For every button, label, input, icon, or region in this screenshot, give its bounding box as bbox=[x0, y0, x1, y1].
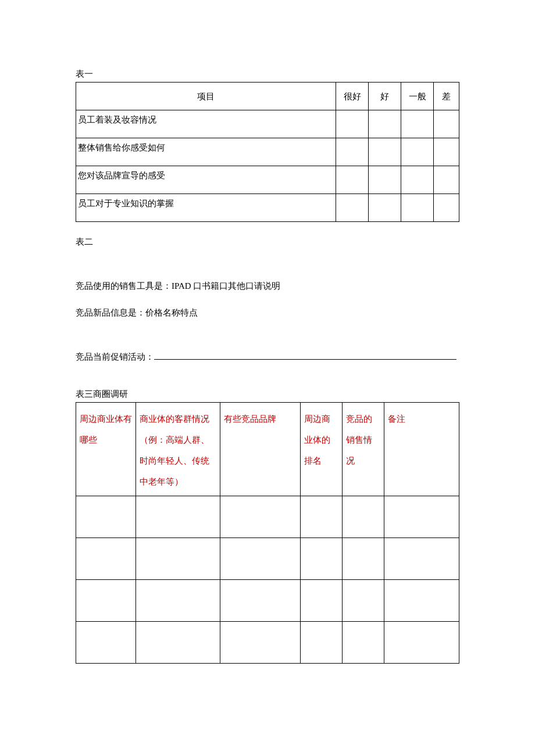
table-row bbox=[76, 622, 459, 664]
t1-cell[interactable] bbox=[369, 166, 401, 194]
t3-cell[interactable] bbox=[136, 580, 220, 622]
t1-cell[interactable] bbox=[434, 138, 459, 166]
table-row: 员工着装及妆容情况 bbox=[76, 110, 459, 138]
t1-cell-item: 您对该品牌宣导的感受 bbox=[76, 166, 336, 194]
t3-cell[interactable] bbox=[136, 622, 220, 664]
table-row: 员工对于专业知识的掌握 bbox=[76, 194, 459, 222]
t1-cell[interactable] bbox=[336, 110, 369, 138]
t3-cell[interactable] bbox=[136, 496, 220, 538]
t3-cell[interactable] bbox=[76, 496, 136, 538]
t3-cell[interactable] bbox=[220, 580, 301, 622]
table3-header-row: 周边商业体有哪些 商业体的客群情况（例：高端人群、时尚年轻人、传统中老年等） 有… bbox=[76, 403, 459, 496]
fill-in-blank[interactable] bbox=[154, 351, 456, 360]
t3-cell[interactable] bbox=[301, 580, 343, 622]
t3-cell[interactable] bbox=[301, 538, 343, 580]
t1-cell[interactable] bbox=[336, 194, 369, 222]
t3-h5: 备注 bbox=[384, 403, 459, 496]
t3-cell[interactable] bbox=[76, 538, 136, 580]
t3-cell[interactable] bbox=[343, 580, 384, 622]
t1-cell[interactable] bbox=[401, 110, 434, 138]
table1-h-c1: 很好 bbox=[336, 83, 369, 110]
t3-cell[interactable] bbox=[220, 496, 301, 538]
t3-cell[interactable] bbox=[220, 538, 301, 580]
table1-label: 表一 bbox=[76, 67, 459, 81]
t1-cell[interactable] bbox=[336, 138, 369, 166]
sec2-line1: 竞品使用的销售工具是：IPAD 口书籍口其他口请说明 bbox=[76, 279, 459, 293]
t3-cell[interactable] bbox=[384, 496, 459, 538]
t3-cell[interactable] bbox=[76, 622, 136, 664]
table-row bbox=[76, 496, 459, 538]
table1-h-item: 项目 bbox=[76, 83, 336, 110]
t1-cell[interactable] bbox=[434, 194, 459, 222]
t1-cell-item: 整体销售给你感受如何 bbox=[76, 138, 336, 166]
sec2-line2: 竞品新品信息是：价格名称特点 bbox=[76, 306, 459, 320]
table1-h-c4: 差 bbox=[434, 83, 459, 110]
t1-cell[interactable] bbox=[401, 194, 434, 222]
t3-cell[interactable] bbox=[136, 538, 220, 580]
table-row: 您对该品牌宣导的感受 bbox=[76, 166, 459, 194]
table1-header-row: 项目 很好 好 一般 差 bbox=[76, 83, 459, 110]
t3-cell[interactable] bbox=[301, 496, 343, 538]
t1-cell[interactable] bbox=[369, 194, 401, 222]
table3: 周边商业体有哪些 商业体的客群情况（例：高端人群、时尚年轻人、传统中老年等） 有… bbox=[76, 402, 459, 664]
t3-cell[interactable] bbox=[220, 622, 301, 664]
table1: 项目 很好 好 一般 差 员工着装及妆容情况 整体销售给你感受如何 您对该品牌宣… bbox=[76, 82, 459, 222]
t3-h2: 有些竞品品牌 bbox=[220, 403, 301, 496]
table-row: 整体销售给你感受如何 bbox=[76, 138, 459, 166]
table-row bbox=[76, 580, 459, 622]
t3-h0: 周边商业体有哪些 bbox=[76, 403, 136, 496]
table-row bbox=[76, 538, 459, 580]
sec2-line3-prefix: 竞品当前促销活动： bbox=[76, 352, 154, 361]
t1-cell[interactable] bbox=[369, 138, 401, 166]
t1-cell[interactable] bbox=[336, 166, 369, 194]
t3-h1: 商业体的客群情况（例：高端人群、时尚年轻人、传统中老年等） bbox=[136, 403, 220, 496]
t3-cell[interactable] bbox=[384, 622, 459, 664]
block3: 表三商圈调研 周边商业体有哪些 商业体的客群情况（例：高端人群、时尚年轻人、传统… bbox=[76, 387, 459, 664]
t3-cell[interactable] bbox=[76, 580, 136, 622]
table2-label: 表二 bbox=[76, 235, 459, 249]
t3-cell[interactable] bbox=[343, 496, 384, 538]
t1-cell-item: 员工着装及妆容情况 bbox=[76, 110, 336, 138]
t3-cell[interactable] bbox=[301, 622, 343, 664]
t3-h3: 周边商业体的排名 bbox=[301, 403, 343, 496]
t1-cell[interactable] bbox=[434, 110, 459, 138]
t1-cell[interactable] bbox=[401, 138, 434, 166]
t3-h4: 竞品的销售情况 bbox=[343, 403, 384, 496]
sec2-line3: 竞品当前促销活动： bbox=[76, 350, 459, 364]
t1-cell[interactable] bbox=[369, 110, 401, 138]
t3-cell[interactable] bbox=[384, 580, 459, 622]
table1-h-c2: 好 bbox=[369, 83, 401, 110]
t3-cell[interactable] bbox=[384, 538, 459, 580]
t1-cell[interactable] bbox=[434, 166, 459, 194]
section2: 表二 竞品使用的销售工具是：IPAD 口书籍口其他口请说明 竞品新品信息是：价格… bbox=[76, 235, 459, 364]
t1-cell-item: 员工对于专业知识的掌握 bbox=[76, 194, 336, 222]
t3-cell[interactable] bbox=[343, 622, 384, 664]
t3-cell[interactable] bbox=[343, 538, 384, 580]
t1-cell[interactable] bbox=[401, 166, 434, 194]
table3-label: 表三商圈调研 bbox=[76, 387, 459, 401]
table1-h-c3: 一般 bbox=[401, 83, 434, 110]
